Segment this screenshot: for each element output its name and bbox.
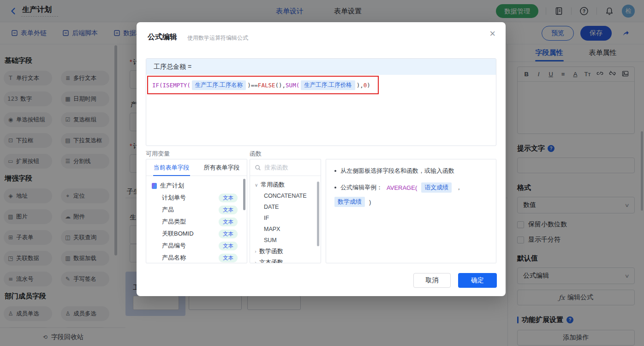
modal-subtitle: 使用数学运算符编辑公式: [187, 34, 248, 42]
hints-panel: 从左侧面板选择字段名和函数，或输入函数 公式编辑举例： AVERAGE( 语文成…: [326, 159, 496, 263]
functions-scrollbar[interactable]: [317, 182, 319, 246]
group-math-functions[interactable]: › 数学函数: [255, 246, 321, 257]
tree-root-label: 生产计划: [160, 182, 184, 190]
tree-root[interactable]: 生产计划: [152, 180, 247, 192]
chevron-down-icon: ∨: [255, 182, 258, 188]
formula-token[interactable]: 0: [364, 82, 367, 89]
formula-token[interactable]: ): [367, 82, 370, 89]
formula-token[interactable]: ),: [357, 82, 364, 89]
function-item[interactable]: CONCATENATE: [255, 190, 321, 201]
variable-name: 产品类型: [162, 218, 219, 226]
variable-type-tag: 文本: [219, 242, 238, 250]
group-text-functions[interactable]: › 文本函数: [255, 257, 321, 263]
functions-panel: ∨ 常用函数 CONCATENATEDATEIFMAPXSUM › 数学函数 ›…: [250, 159, 321, 263]
variable-type-tag: 文本: [219, 206, 238, 214]
cancel-button[interactable]: 取消: [413, 273, 451, 288]
variable-name: 计划单号: [162, 194, 219, 202]
variables-label: 可用变量: [146, 150, 170, 158]
variables-tree: 生产计划 计划单号 文本 产品 文本: [146, 176, 247, 263]
app-window: 生产计划 表单设计 表单设置 数据管理 ? 检: [0, 0, 644, 346]
formula-token[interactable]: SUM(: [286, 82, 299, 89]
form-doc-icon: [152, 183, 157, 189]
variable-row[interactable]: 计划单号 文本: [152, 192, 247, 204]
formula-token[interactable]: IF(ISEMPTY(: [152, 82, 191, 89]
function-item[interactable]: SUM: [255, 235, 321, 246]
modal-footer: 取消 确定: [137, 273, 506, 288]
formula-token[interactable]: (),: [275, 82, 286, 89]
formula-token[interactable]: FALSE: [258, 82, 275, 89]
functions-tree: ∨ 常用函数 CONCATENATEDATEIFMAPXSUM › 数学函数 ›…: [250, 176, 321, 263]
tab-all-form-fields[interactable]: 所有表单字段: [197, 159, 247, 176]
confirm-button[interactable]: 确定: [458, 273, 497, 288]
variables-panel: 当前表单字段 所有表单字段 生产计划 计划单号 文本: [146, 159, 247, 263]
variables-scrollbar[interactable]: [243, 179, 245, 210]
function-item[interactable]: DATE: [255, 201, 321, 212]
chevron-right-icon: ›: [255, 249, 256, 254]
function-item[interactable]: IF: [255, 212, 321, 224]
formula-target: 工序总金额 =: [146, 59, 496, 75]
formula-expression[interactable]: IF(ISEMPTY(生产工序.工序名称)==FALSE(),SUM(生产工序.…: [147, 76, 379, 94]
search-icon: [255, 164, 261, 171]
chevron-right-icon: ›: [255, 260, 256, 264]
variable-name: 产品编号: [162, 242, 219, 250]
function-item[interactable]: MAPX: [255, 224, 321, 235]
bullet-icon: [334, 170, 336, 172]
variable-name: 产品名称: [162, 254, 219, 262]
bullet-icon: [334, 187, 336, 188]
formula-token[interactable]: 生产工序.工序价格: [301, 80, 355, 90]
variable-row[interactable]: 产品类型 文本: [152, 216, 247, 228]
variable-row[interactable]: 产品 文本: [152, 204, 247, 216]
variable-row[interactable]: 产品名称 文本: [152, 252, 247, 263]
variable-type-tag: 文本: [219, 194, 238, 202]
formula-token[interactable]: )==: [247, 82, 258, 89]
variable-row[interactable]: 关联BOMID 文本: [152, 228, 247, 240]
variables-tabs: 当前表单字段 所有表单字段: [146, 159, 247, 176]
functions-label: 函数: [250, 150, 262, 158]
variable-row[interactable]: 产品编号 文本: [152, 240, 247, 252]
variable-type-tag: 文本: [219, 230, 238, 238]
close-icon[interactable]: ×: [489, 29, 495, 39]
variable-name: 产品: [162, 206, 219, 214]
formula-token[interactable]: 生产工序.工序名称: [192, 80, 246, 90]
group-common-functions[interactable]: ∨ 常用函数: [255, 179, 321, 190]
function-search-input[interactable]: [264, 164, 310, 171]
hint-line-2: 公式编辑举例： AVERAGE( 语文成绩 ， 数学成绩 ): [334, 182, 488, 207]
variable-type-tag: 文本: [219, 218, 238, 226]
example-chip: 数学成绩: [334, 197, 365, 207]
function-search: [250, 159, 321, 176]
variable-type-tag: 文本: [219, 254, 238, 262]
tab-current-form-fields[interactable]: 当前表单字段: [146, 159, 197, 176]
example-chip: 语文成绩: [421, 182, 452, 193]
variable-name: 关联BOMID: [162, 230, 219, 238]
example-function: AVERAGE(: [387, 184, 417, 191]
hint-line-1: 从左侧面板选择字段名和函数，或输入函数: [334, 167, 488, 175]
formula-editor-box: 工序总金额 = IF(ISEMPTY(生产工序.工序名称)==FALSE(),S…: [146, 58, 496, 146]
modal-title: 公式编辑: [148, 32, 177, 42]
formula-edit-modal: 公式编辑 使用数学运算符编辑公式 × 工序总金额 = IF(ISEMPTY(生产…: [137, 22, 506, 296]
